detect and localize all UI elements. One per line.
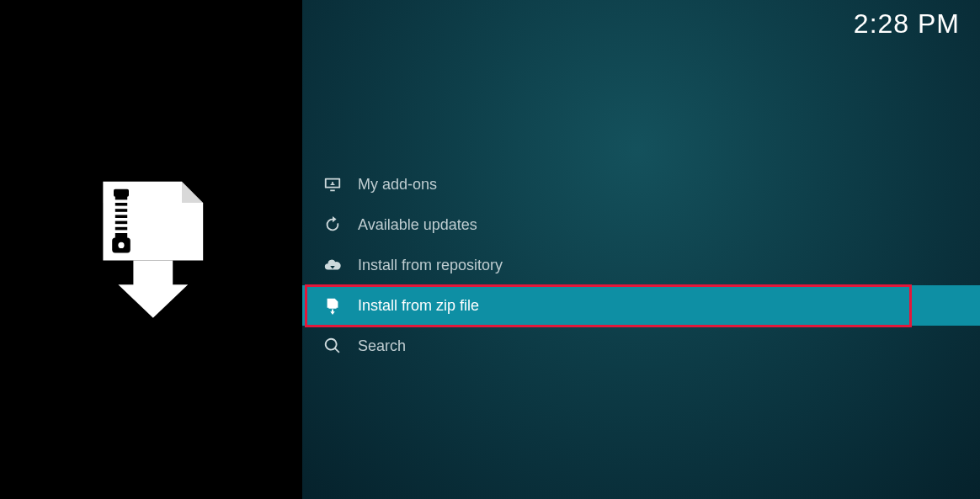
selection-trail [913,288,980,323]
menu-item-label: Available updates [358,216,477,234]
svg-rect-3 [114,205,129,209]
svg-rect-5 [114,218,129,221]
svg-point-10 [332,182,333,183]
zip-file-large-icon [76,173,227,327]
menu: My add-ons Available updates Install fro… [302,164,980,366]
menu-item-install-zip[interactable]: Install from zip file [302,285,980,326]
monitor-icon [322,174,343,194]
svg-rect-2 [114,199,129,203]
menu-item-label: My add-ons [358,176,437,194]
svg-rect-7 [114,230,129,233]
menu-item-install-repository[interactable]: Install from repository [302,245,980,285]
refresh-icon [322,215,343,235]
svg-rect-4 [114,211,129,215]
sidebar [0,0,302,499]
menu-item-label: Install from zip file [358,297,479,315]
menu-item-label: Search [358,337,406,355]
search-icon [322,336,343,356]
cloud-download-icon [322,255,343,275]
menu-item-search[interactable]: Search [302,326,980,366]
svg-rect-1 [114,188,129,196]
menu-item-label: Install from repository [358,257,503,274]
zip-download-icon [322,295,343,316]
content-area: My add-ons Available updates Install fro… [302,0,980,499]
svg-rect-6 [114,224,129,227]
svg-point-9 [118,242,124,247]
menu-item-my-addons[interactable]: My add-ons [302,164,980,204]
menu-item-available-updates[interactable]: Available updates [302,204,980,245]
